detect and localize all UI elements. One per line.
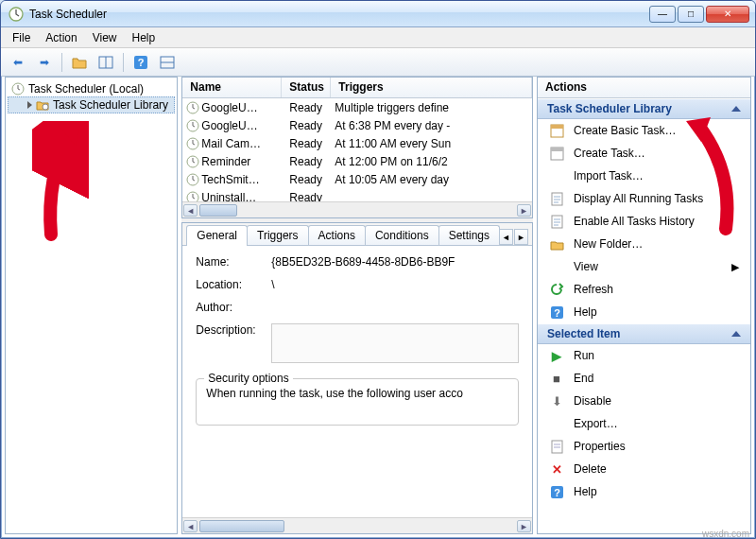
scroll-thumb[interactable] (199, 204, 237, 217)
toolbar-separator (123, 53, 124, 72)
svg-text:?: ? (138, 57, 145, 68)
tab-general[interactable]: General (186, 225, 248, 246)
task-row[interactable]: GoogleU…ReadyMultiple triggers define (182, 98, 532, 116)
svg-rect-18 (551, 148, 563, 151)
group-selected-header[interactable]: Selected Item (538, 323, 750, 344)
menu-file[interactable]: File (5, 29, 38, 46)
details-pane-button[interactable] (94, 51, 117, 74)
label-author: Author: (196, 301, 271, 314)
menu-action[interactable]: Action (38, 29, 84, 46)
forward-button[interactable]: ➡ (33, 51, 56, 74)
split-vertical-icon (98, 55, 113, 70)
svg-rect-16 (551, 125, 563, 129)
action-enable-all-tasks-history[interactable]: Enable All Tasks History (538, 210, 750, 233)
maximize-button[interactable]: □ (678, 6, 704, 23)
action-create-task-[interactable]: Create Task… (538, 142, 750, 165)
action-display-all-running-tasks[interactable]: Display All Running Tasks (538, 187, 750, 210)
scroll-left-arrow[interactable]: ◄ (183, 520, 198, 532)
action-delete[interactable]: ✕Delete (538, 458, 750, 480)
tab-conditions[interactable]: Conditions (365, 225, 439, 245)
window-title: Task Scheduler (29, 8, 649, 21)
tab-triggers[interactable]: Triggers (247, 225, 309, 245)
security-text: When running the task, use the following… (206, 387, 463, 400)
action-icon (549, 416, 564, 431)
action-help[interactable]: ?Help (538, 301, 750, 323)
menu-view[interactable]: View (85, 29, 125, 46)
col-name[interactable]: Name (182, 78, 282, 97)
expand-triangle-icon[interactable] (27, 101, 32, 109)
tab-scroll-right[interactable]: ► (514, 229, 528, 245)
tree-root[interactable]: Task Scheduler (Local) (8, 81, 175, 96)
actions-pane-button[interactable] (156, 51, 179, 74)
collapse-arrow-icon (731, 106, 741, 112)
task-row[interactable]: Mail Cam…ReadyAt 11:00 AM every Sun (182, 134, 532, 152)
task-row[interactable]: ReminderReadyAt 12:00 PM on 11/6/2 (182, 152, 532, 170)
task-row[interactable]: TechSmit…ReadyAt 10:05 AM every day (182, 170, 532, 188)
scroll-right-arrow[interactable]: ► (517, 204, 531, 217)
minimize-button[interactable]: — (649, 6, 676, 23)
annotation-arrow-1 (32, 121, 89, 244)
clock-icon (186, 191, 199, 202)
action-icon (549, 439, 564, 454)
action-icon (549, 191, 564, 206)
action-import-task-[interactable]: Import Task… (538, 165, 750, 187)
watermark: wsxdn.com (702, 529, 749, 539)
action-properties[interactable]: Properties (538, 435, 750, 458)
svg-text:?: ? (554, 487, 560, 498)
task-row[interactable]: Uninstall…Ready (182, 188, 532, 201)
task-grid-header: Name Status Triggers (182, 78, 532, 98)
action-view[interactable]: View▶ (538, 255, 750, 278)
folder-button[interactable] (68, 51, 91, 74)
action-help[interactable]: ?Help (538, 480, 750, 503)
action-icon (549, 168, 564, 183)
scroll-thumb[interactable] (199, 520, 284, 532)
tree-library[interactable]: Task Scheduler Library (8, 96, 175, 113)
group-security-title: Security options (204, 372, 292, 385)
group-selected: Selected Item ▶Run■End⬇DisableExport…Pro… (538, 323, 750, 503)
h-scrollbar-details[interactable]: ◄ ► (182, 517, 532, 533)
col-triggers[interactable]: Triggers (331, 78, 532, 97)
toolbar: ⬅ ➡ ? (1, 48, 755, 77)
action-icon: ▶ (549, 348, 564, 363)
app-icon (9, 7, 24, 22)
scroll-right-arrow[interactable]: ► (517, 520, 531, 532)
action-disable[interactable]: ⬇Disable (538, 390, 750, 412)
action-icon: ⬇ (549, 393, 564, 409)
action-new-folder-[interactable]: New Folder… (538, 233, 750, 255)
group-library: Task Scheduler Library Create Basic Task… (538, 98, 750, 323)
value-description[interactable] (271, 323, 519, 363)
action-end[interactable]: ■End (538, 367, 750, 390)
scroll-left-arrow[interactable]: ◄ (183, 204, 198, 217)
action-icon (549, 214, 564, 229)
folder-clock-icon (36, 98, 49, 112)
task-grid[interactable]: GoogleU…ReadyMultiple triggers defineGoo… (182, 98, 532, 201)
action-icon (549, 123, 564, 138)
tab-actions[interactable]: Actions (308, 225, 366, 245)
actions-title: Actions (538, 78, 750, 98)
h-scrollbar[interactable]: ◄ ► (182, 201, 532, 217)
action-icon: ? (549, 304, 564, 320)
tab-scroll-left[interactable]: ◄ (499, 229, 513, 245)
action-refresh[interactable]: Refresh (538, 278, 750, 301)
value-name: {8B5ED32B-B689-4458-8DB6-BB9F (271, 255, 519, 269)
action-export-[interactable]: Export… (538, 412, 750, 435)
col-status[interactable]: Status (282, 78, 331, 97)
clock-icon (186, 101, 199, 114)
tree-panel: Task Scheduler (Local) Task Scheduler Li… (5, 77, 178, 534)
task-row[interactable]: GoogleU…ReadyAt 6:38 PM every day - (182, 116, 532, 134)
action-create-basic-task-[interactable]: Create Basic Task… (538, 119, 750, 142)
close-button[interactable]: ✕ (706, 6, 749, 23)
tab-settings[interactable]: Settings (438, 225, 500, 245)
menubar: File Action View Help (1, 27, 755, 48)
action-icon: ■ (549, 371, 564, 386)
label-name: Name: (196, 255, 271, 269)
titlebar: Task Scheduler — □ ✕ (1, 1, 755, 27)
group-library-header[interactable]: Task Scheduler Library (538, 98, 750, 119)
group-security: Security options When running the task, … (196, 378, 519, 426)
action-icon: ? (549, 484, 564, 499)
submenu-arrow-icon: ▶ (731, 261, 739, 273)
menu-help[interactable]: Help (125, 29, 163, 46)
back-button[interactable]: ⬅ (7, 51, 29, 74)
action-run[interactable]: ▶Run (538, 344, 750, 367)
help-button[interactable]: ? (129, 51, 152, 74)
